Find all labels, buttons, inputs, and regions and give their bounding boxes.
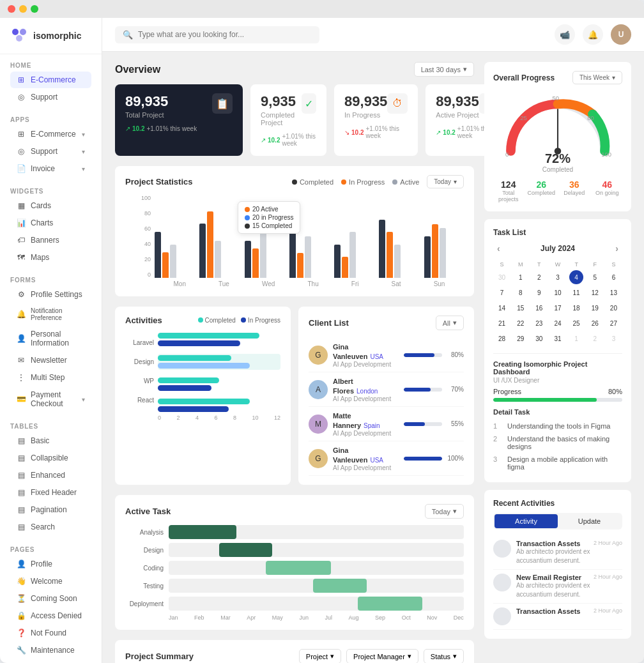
- cal-day-2[interactable]: 2: [532, 270, 546, 284]
- statistics-filter[interactable]: Today ▾: [427, 175, 464, 188]
- cal-day-8[interactable]: 8: [514, 286, 528, 300]
- cal-day-2-next[interactable]: 2: [588, 332, 602, 346]
- sidebar-item-welcome[interactable]: 👋 Welcome: [10, 573, 91, 590]
- video-icon-button[interactable]: 📹: [555, 24, 575, 45]
- sidebar-item-ecommerce-app[interactable]: ⊞ E-Commerce ▾: [10, 126, 91, 142]
- sidebar-item-blank[interactable]: □ Blank: [10, 659, 91, 663]
- cal-day-23[interactable]: 23: [532, 316, 546, 330]
- cal-day-4-today[interactable]: 4: [569, 270, 583, 284]
- project-filter-button[interactable]: Project ▾: [299, 649, 341, 663]
- cal-day-27[interactable]: 27: [606, 316, 620, 330]
- maximize-button[interactable]: [31, 5, 38, 13]
- sidebar-item-notification[interactable]: 🔔 Notification Preference: [10, 303, 91, 325]
- sidebar-item-fixed-header[interactable]: ▤ Fixed Header: [10, 484, 91, 501]
- calendar-prev-button[interactable]: ‹: [493, 242, 504, 255]
- activity-avatar-1: [493, 540, 511, 558]
- sidebar-item-ecommerce[interactable]: ⊞ E-Commerce: [10, 72, 91, 88]
- sidebar-item-enhanced[interactable]: ▤ Enhanced: [10, 467, 91, 484]
- chevron-down-icon: ▾: [82, 148, 85, 155]
- sidebar-item-support[interactable]: ◎ Support: [10, 89, 91, 105]
- sidebar-item-charts[interactable]: 📊 Charts: [10, 215, 91, 231]
- sidebar-item-pagination[interactable]: ▤ Pagination: [10, 501, 91, 518]
- cal-day-15[interactable]: 15: [514, 301, 528, 315]
- cal-day-16[interactable]: 16: [532, 301, 546, 315]
- cal-day-7[interactable]: 7: [495, 286, 509, 300]
- stat-change-completed: ↗10.2+1.01% this week: [261, 133, 316, 147]
- gantt-chart: Analysis Design: [125, 525, 464, 621]
- cal-day-24[interactable]: 24: [551, 316, 565, 330]
- active-task-filter[interactable]: Today ▾: [425, 504, 464, 519]
- cal-day-21[interactable]: 21: [495, 316, 509, 330]
- project-manager-filter-button[interactable]: Project Manager ▾: [346, 649, 418, 663]
- profile-icon: 👤: [17, 560, 26, 568]
- cal-day-28[interactable]: 28: [495, 332, 509, 346]
- cal-day-22[interactable]: 22: [514, 316, 528, 330]
- sidebar-item-search[interactable]: ▤ Search: [10, 519, 91, 535]
- sidebar-item-not-found[interactable]: ❓ Not Found: [10, 625, 91, 641]
- minimize-button[interactable]: [19, 5, 27, 13]
- banners-icon: 🏷: [17, 236, 26, 245]
- cal-day-26[interactable]: 26: [588, 316, 602, 330]
- cal-day-17[interactable]: 17: [551, 301, 565, 315]
- cal-day-30[interactable]: 30: [532, 332, 546, 346]
- close-button[interactable]: [8, 5, 15, 13]
- sidebar-item-maps[interactable]: 🗺 Maps: [10, 249, 91, 266]
- date-filter-button[interactable]: Last 30 days ▾: [414, 62, 474, 77]
- overall-period-filter[interactable]: This Week ▾: [572, 71, 622, 84]
- task-num-2: 2: [493, 435, 502, 443]
- sidebar-item-profile-settings[interactable]: ⚙ Profile Settings: [10, 286, 91, 303]
- sidebar-item-coming-soon[interactable]: ⏳ Coming Soon: [10, 590, 91, 607]
- cal-day-31[interactable]: 31: [551, 332, 565, 346]
- cal-day-25[interactable]: 25: [569, 316, 583, 330]
- sidebar-item-payment[interactable]: 💳 Payment Checkout ▾: [10, 386, 91, 412]
- sidebar-item-label: Access Denied: [31, 611, 82, 620]
- sidebar-item-access-denied[interactable]: 🔒 Access Denied: [10, 607, 91, 624]
- basic-icon: ▤: [17, 436, 26, 445]
- bell-icon-button[interactable]: 🔔: [583, 24, 603, 45]
- gantt-track-deployment: [169, 597, 464, 611]
- sidebar-item-invoice[interactable]: 📄 Invoice ▾: [10, 160, 91, 177]
- client-filter-button[interactable]: All ▾: [436, 316, 464, 330]
- search-input[interactable]: [138, 30, 312, 39]
- sidebar-item-basic[interactable]: ▤ Basic: [10, 432, 91, 449]
- sidebar-item-profile[interactable]: 👤 Profile: [10, 556, 91, 572]
- user-avatar[interactable]: U: [611, 24, 631, 45]
- activity-content-2: New Email Register 2 Hour Ago Ab archite…: [516, 574, 622, 599]
- stat-delayed-mini: 36 Delayed: [559, 179, 590, 202]
- cal-day-1-next[interactable]: 1: [569, 332, 583, 346]
- cal-day-29[interactable]: 29: [514, 332, 528, 346]
- cal-day-3-next[interactable]: 3: [606, 332, 620, 346]
- sidebar-item-personal-info[interactable]: 👤 Personal Information: [10, 326, 91, 351]
- maps-icon: 🗺: [17, 253, 26, 262]
- cal-day-30-prev[interactable]: 30: [495, 270, 509, 284]
- activity-tab-update[interactable]: Update: [558, 514, 621, 528]
- cal-day-11[interactable]: 11: [569, 286, 583, 300]
- calendar-next-button[interactable]: ›: [611, 242, 622, 255]
- cal-day-5[interactable]: 5: [588, 270, 602, 284]
- activity-tab-activity[interactable]: Activity: [494, 514, 558, 528]
- cal-day-6[interactable]: 6: [606, 270, 620, 284]
- sidebar-item-multi-step[interactable]: ⋮ Multi Step: [10, 369, 91, 386]
- cal-day-13[interactable]: 13: [606, 286, 620, 300]
- cal-day-3[interactable]: 3: [551, 270, 565, 284]
- sidebar-item-support-app[interactable]: ◎ Support ▾: [10, 143, 91, 160]
- cal-day-12[interactable]: 12: [588, 286, 602, 300]
- cal-day-9[interactable]: 9: [532, 286, 546, 300]
- cal-day-20[interactable]: 20: [606, 301, 620, 315]
- client-list-header: Client List All ▾: [309, 316, 464, 330]
- cal-day-19[interactable]: 19: [588, 301, 602, 315]
- sidebar-item-cards[interactable]: ▦ Cards: [10, 197, 91, 214]
- cal-day-14[interactable]: 14: [495, 301, 509, 315]
- status-filter-button[interactable]: Status ▾: [424, 649, 464, 663]
- chart-header: Project Statistics Completed In Progress…: [125, 175, 464, 188]
- sidebar-item-banners[interactable]: 🏷 Banners: [10, 232, 91, 248]
- sidebar-item-newsletter[interactable]: ✉ Newsletter: [10, 352, 91, 369]
- sidebar-item-label: Invoice: [31, 164, 55, 173]
- bar-group-wed: [245, 232, 284, 278]
- sidebar-item-maintenance[interactable]: 🔧 Maintenance: [10, 642, 91, 659]
- cal-day-10[interactable]: 10: [551, 286, 565, 300]
- sidebar-item-collapsible[interactable]: ▤ Collapsible: [10, 450, 91, 466]
- cal-day-1[interactable]: 1: [514, 270, 528, 284]
- cal-day-18[interactable]: 18: [569, 301, 583, 315]
- search-bar[interactable]: 🔍: [115, 26, 319, 43]
